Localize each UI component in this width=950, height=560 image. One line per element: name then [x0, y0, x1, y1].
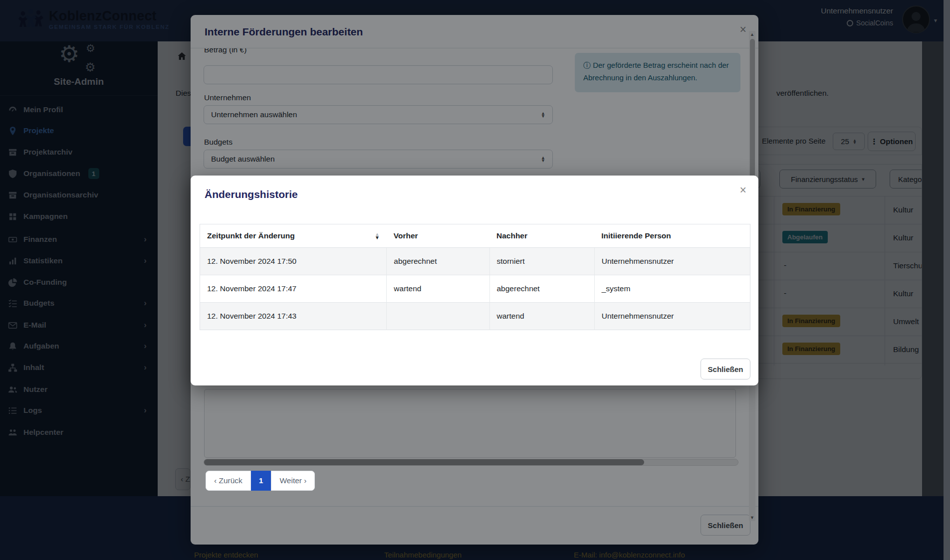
- history-table: Zeitpunkt der Änderung ▲▼ Vorher Nachher…: [200, 224, 750, 330]
- col-header-nachher[interactable]: Nachher: [489, 224, 594, 248]
- history-modal-title: Änderungshistorie: [205, 188, 298, 200]
- cell-after: storniert: [489, 248, 594, 275]
- cell-person: Unternehmensnutzer: [594, 248, 750, 275]
- cell-time: 12. November 2024 17:43: [200, 303, 387, 330]
- cell-person: Unternehmensnutzer: [594, 303, 750, 330]
- history-row: 12. November 2024 17:47 wartend abgerech…: [200, 275, 750, 303]
- sort-icon[interactable]: ▲▼: [375, 232, 380, 239]
- history-modal: Änderungshistorie × Zeitpunkt der Änderu…: [191, 176, 758, 385]
- cell-person: _system: [594, 275, 750, 303]
- cell-before: wartend: [387, 275, 489, 303]
- browser-scrollbar[interactable]: [944, 0, 950, 560]
- cell-before: [387, 303, 489, 330]
- history-modal-close-button[interactable]: Schließen: [701, 359, 750, 379]
- cell-time: 12. November 2024 17:47: [200, 275, 387, 303]
- pagination-prev-button[interactable]: ‹ Zurück: [206, 471, 251, 491]
- cell-time: 12. November 2024 17:50: [200, 248, 387, 275]
- history-row: 12. November 2024 17:50 abgerechnet stor…: [200, 248, 750, 275]
- col-header-person[interactable]: Initiierende Person: [594, 224, 750, 248]
- col-header-zeitpunkt[interactable]: Zeitpunkt der Änderung ▲▼: [200, 224, 387, 248]
- pagination-next-button[interactable]: Weiter ›: [271, 471, 315, 491]
- pagination-page-1[interactable]: 1: [251, 471, 271, 491]
- col-header-vorher[interactable]: Vorher: [387, 224, 489, 248]
- cell-after: abgerechnet: [489, 275, 594, 303]
- edit-modal-pagination: ‹ Zurück 1 Weiter ›: [206, 471, 315, 491]
- close-icon[interactable]: ×: [740, 185, 746, 196]
- cell-after: wartend: [489, 303, 594, 330]
- history-row: 12. November 2024 17:43 wartend Unterneh…: [200, 303, 750, 330]
- app-screen: KoblenzConnect GEMEINSAM STARK FÜR KOBLE…: [0, 0, 950, 560]
- cell-before: abgerechnet: [387, 248, 489, 275]
